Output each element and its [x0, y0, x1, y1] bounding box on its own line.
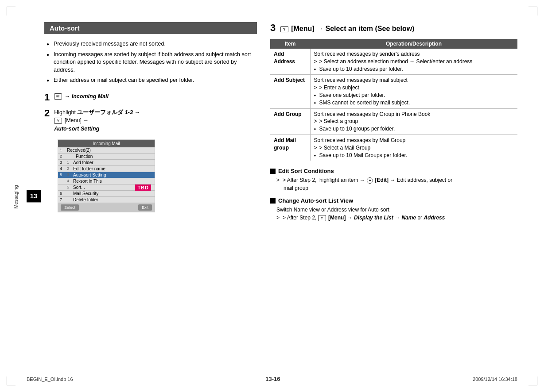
step-2-content: Highlight ユーザーフォルダ 1-3 → Y [Menu] → Auto… [54, 108, 140, 133]
menu-icon-autosort: Y [318, 215, 326, 221]
footer-left: BEGIN_E_OI.indb 16 [27, 377, 73, 382]
step-2-number: 2 [44, 108, 50, 118]
step-1-content: ✉ → Incoming Mail [54, 92, 109, 101]
phone-row-deletefolder: 7 Delete folder [58, 197, 155, 203]
item-add-mail-group: Add Mail group [270, 135, 310, 161]
op-add-address: Sort received messages by sender's addre… [310, 49, 517, 75]
phone-row-mailsecurity: 6 Mail Security [58, 191, 155, 197]
step-3-header: 3 Y [Menu] → Select an item (See below) [270, 22, 517, 34]
edit-sort-title: Edit Sort Conditions [270, 168, 517, 174]
table-row-add-address: Add Address Sort received messages by se… [270, 49, 517, 75]
phone-body: 1 Received(2) 2 Function 3 1 Add folder … [58, 147, 155, 203]
item-add-subject: Add Subject [270, 75, 310, 108]
phone-row-autosort: 5 3 Auto-sort Setting [58, 172, 155, 178]
right-column: 3 Y [Menu] → Select an item (See below) … [270, 13, 517, 379]
change-autosort-title: Change Auto-sort List View [270, 197, 517, 204]
bullet-item-3: Either address or mail subject can be sp… [47, 77, 257, 85]
phone-row-function: 2 Function [58, 154, 155, 160]
black-square-icon [270, 169, 276, 174]
phone-exit-btn: Exit [138, 204, 152, 211]
op-add-group: Sort received messages by Group in Phone… [310, 108, 517, 135]
page-number: 13-16 [265, 376, 280, 382]
phone-row-addfolder: 3 1 Add folder [58, 160, 155, 166]
item-add-group: Add Group [270, 108, 310, 135]
step-1-text: Incoming Mail [72, 93, 109, 100]
phone-screenshot: Incoming Mail 1 Received(2) 2 Function 3… [58, 139, 155, 212]
change-autosort-content: Switch Name view or Address view for Aut… [270, 206, 517, 222]
step-1-number: 1 [44, 92, 50, 102]
operations-table: Item Operation/Description Add Address S… [270, 39, 517, 161]
table-header-item: Item [270, 39, 310, 49]
black-square-icon-2 [270, 198, 276, 204]
menu-icon-step3: Y [280, 26, 288, 32]
table-row-add-mail-group: Add Mail group Sort received messages by… [270, 135, 517, 161]
section-title: Auto-sort [44, 22, 257, 34]
page-footer: BEGIN_E_OI.indb 16 13-16 2009/12/14 16:3… [0, 376, 544, 382]
item-add-address: Add Address [270, 49, 310, 75]
table-row-add-subject: Add Subject Sort received messages by ma… [270, 75, 517, 108]
bullet-list: Previously received messages are not sor… [44, 40, 257, 85]
menu-icon-y: Y [54, 118, 62, 124]
phone-row-resort: 4 Re-sort in This [58, 178, 155, 184]
step-1: 1 ✉ → Incoming Mail [44, 92, 257, 102]
table-header-operation: Operation/Description [310, 39, 517, 49]
edit-sort-content: > After Step 2, highlight an item → ● [E… [270, 176, 517, 192]
phone-row-received: 1 Received(2) [58, 147, 155, 154]
phone-row-sort: 5 Sort... TBD [58, 184, 155, 191]
phone-footer: Select Exit [58, 203, 155, 212]
table-row-add-group: Add Group Sort received messages by Grou… [270, 108, 517, 135]
phone-header: Incoming Mail [58, 140, 155, 147]
phone-row-editfolder: 4 2 Edit folder name [58, 166, 155, 172]
left-column: Auto-sort Previously received messages a… [44, 13, 257, 379]
op-add-subject: Sort received messages by mail subject >… [310, 75, 517, 108]
edit-circle-icon: ● [367, 177, 373, 184]
step-2-autosort: Auto-sort Setting [54, 125, 140, 133]
op-add-mail-group: Sort received messages by Mail Group > S… [310, 135, 517, 161]
bullet-item-1: Previously received messages are not sor… [47, 40, 257, 48]
bullet-item-2: Incoming messages are sorted by subject … [47, 51, 257, 74]
footer-right: 2009/12/14 16:34:18 [473, 377, 517, 382]
mail-icon: ✉ [54, 93, 62, 100]
phone-select-btn: Select [61, 204, 79, 211]
step-2: 2 Highlight ユーザーフォルダ 1-3 → Y [Menu] → Au… [44, 108, 257, 133]
